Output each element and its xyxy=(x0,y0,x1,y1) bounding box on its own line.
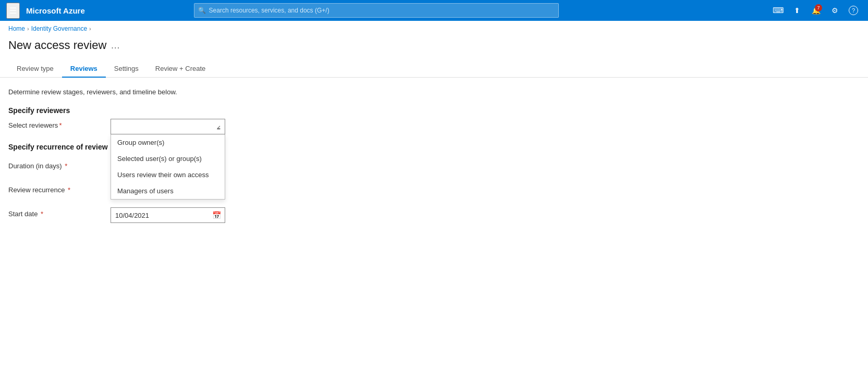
notifications-button[interactable]: 🔔 7 xyxy=(808,2,824,19)
tab-review-create[interactable]: Review + Create xyxy=(147,60,214,78)
breadcrumb-home[interactable]: Home xyxy=(8,25,25,32)
required-indicator: * xyxy=(59,121,62,129)
dropdown-item-self-review[interactable]: Users review their own access xyxy=(111,167,225,183)
start-date-label: Start date * xyxy=(8,207,102,218)
more-options-button[interactable]: … xyxy=(111,40,121,51)
page-title-row: New access review … xyxy=(0,36,868,60)
topbar-icons: ⌨ ⬆ 🔔 7 ⚙ ? xyxy=(770,2,862,19)
settings-button[interactable]: ⚙ xyxy=(826,2,843,19)
breadcrumb-identity-governance[interactable]: Identity Governance xyxy=(31,25,87,32)
search-icon: 🔍 xyxy=(198,7,206,14)
cloud-shell-button[interactable]: ⌨ xyxy=(770,2,787,19)
topbar: ☰ Microsoft Azure 🔍 ⌨ ⬆ 🔔 7 ⚙ ? xyxy=(0,0,868,21)
help-button[interactable]: ? xyxy=(845,2,862,19)
recurrence-required: * xyxy=(66,186,70,194)
search-bar: 🔍 xyxy=(194,3,559,18)
upload-icon: ⬆ xyxy=(794,6,800,15)
duration-required: * xyxy=(63,162,68,170)
start-date-row: Start date * 📅 xyxy=(8,207,860,223)
help-icon: ? xyxy=(849,6,858,15)
section-reviewers-title: Specify reviewers xyxy=(8,106,860,115)
tab-settings[interactable]: Settings xyxy=(106,60,147,78)
dropdown-item-selected-users[interactable]: Selected user(s) or group(s) xyxy=(111,151,225,167)
start-date-wrapper: 📅 xyxy=(111,207,225,223)
duration-label: Duration (in days) * xyxy=(8,159,102,170)
recurrence-label: Review recurrence * xyxy=(8,183,102,194)
tab-review-type[interactable]: Review type xyxy=(8,60,62,78)
start-date-required: * xyxy=(39,210,43,218)
dropdown-item-managers[interactable]: Managers of users xyxy=(111,183,225,199)
search-input[interactable] xyxy=(194,3,559,18)
page-title: New access review xyxy=(8,39,106,52)
notification-badge: 7 xyxy=(815,4,822,11)
gear-icon: ⚙ xyxy=(832,6,838,15)
select-reviewers-dropdown-container: ⦤ Group owner(s) Selected user(s) or gro… xyxy=(111,119,225,134)
breadcrumb: Home › Identity Governance › xyxy=(0,21,868,36)
app-title: Microsoft Azure xyxy=(26,6,85,15)
dropdown-menu: Group owner(s) Selected user(s) or group… xyxy=(111,134,225,200)
dropdown-item-group-owners[interactable]: Group owner(s) xyxy=(111,134,225,151)
breadcrumb-sep-1: › xyxy=(27,26,29,32)
chevron-down-icon: ⦤ xyxy=(217,123,221,130)
start-date-input[interactable] xyxy=(111,207,225,223)
upload-button[interactable]: ⬆ xyxy=(789,2,805,19)
breadcrumb-sep-2: › xyxy=(89,26,91,32)
main-content: Determine review stages, reviewers, and … xyxy=(0,78,868,242)
tab-reviews[interactable]: Reviews xyxy=(62,60,106,78)
content-description: Determine review stages, reviewers, and … xyxy=(8,88,860,96)
select-reviewers-dropdown[interactable]: ⦤ xyxy=(111,119,225,134)
cloud-shell-icon: ⌨ xyxy=(773,6,784,15)
select-reviewers-label: Select reviewers* xyxy=(8,119,102,129)
select-reviewers-row: Select reviewers* ⦤ Group owner(s) Selec… xyxy=(8,119,860,134)
hamburger-button[interactable]: ☰ xyxy=(6,3,20,19)
tabs-container: Review type Reviews Settings Review + Cr… xyxy=(0,60,868,78)
